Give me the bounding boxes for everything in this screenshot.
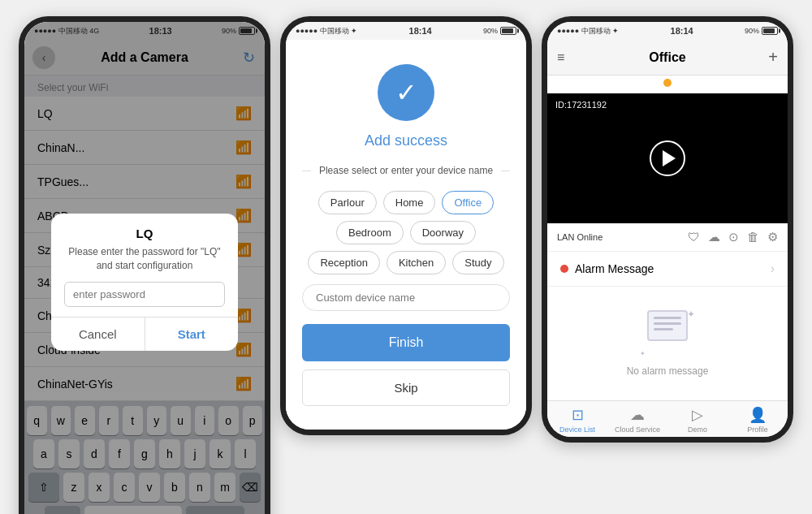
time-2: 18:14: [409, 26, 432, 36]
tag-doorway[interactable]: Doorway: [410, 221, 476, 244]
msg-line-1: [654, 317, 681, 319]
tab-cloud-service[interactable]: ☁ Cloud Service: [607, 406, 667, 434]
no-alarm-text: No alarm message: [627, 365, 709, 377]
finish-button[interactable]: Finish: [302, 324, 510, 361]
play-triangle-icon: [663, 150, 676, 166]
nav-title-3: Office: [649, 50, 685, 65]
modal-message: Please enter the password for "LQ" and s…: [64, 245, 225, 273]
alarm-left: Alarm Message: [560, 262, 654, 275]
menu-icon[interactable]: ≡: [557, 50, 564, 65]
play-button[interactable]: [650, 140, 685, 176]
tab-label-cloud: Cloud Service: [615, 425, 660, 434]
tab-label-demo: Demo: [688, 425, 707, 434]
battery-icon-2: [500, 27, 516, 35]
settings-icon[interactable]: ⚙: [767, 230, 778, 244]
orange-status-dot: [663, 79, 672, 87]
divider-left: [302, 171, 311, 171]
camera-footer: LAN Online 🛡 ☁ ⊙ 🗑 ⚙: [547, 223, 788, 252]
sparkle-icon-1: ✦: [687, 309, 695, 320]
status-bar-2: ●●●●● 中国移动 ✦ 18:14 90%: [286, 22, 526, 40]
message-box-icon: [647, 310, 688, 341]
success-circle: ✓: [378, 64, 434, 121]
cancel-button[interactable]: Cancel: [51, 317, 145, 351]
message-lines-icon: [649, 312, 686, 339]
phone-1: ●●●●● 中国移动 4G 18:13 90% ‹ Add a Camera ↻…: [19, 16, 270, 514]
tag-home[interactable]: Home: [383, 191, 436, 214]
tag-kitchen[interactable]: Kitchen: [387, 251, 446, 274]
nav-bar-3: ≡ Office +: [547, 40, 788, 76]
battery-icon-3: [762, 27, 778, 35]
camera-view: ID:17231192: [547, 93, 788, 223]
camera-action-icons: 🛡 ☁ ⊙ 🗑 ⚙: [688, 230, 778, 244]
divider-right: [501, 171, 510, 171]
carrier-3: ●●●●● 中国移动 ✦: [557, 26, 619, 37]
carrier-2: ●●●●● 中国移动 ✦: [296, 26, 357, 37]
skip-button[interactable]: Skip: [302, 369, 510, 406]
tab-device-list[interactable]: ⊡ Device List: [547, 406, 607, 434]
modal-title: LQ: [64, 227, 225, 240]
msg-line-2: [654, 322, 681, 325]
status-indicator: [547, 76, 788, 93]
alarm-title: Alarm Message: [575, 262, 654, 275]
alarm-arrow-icon: ›: [771, 261, 775, 276]
battery-3: 90%: [745, 27, 778, 35]
divider-row: Please select or enter your device name: [302, 164, 510, 178]
status-bar-3: ●●●●● 中国移动 ✦ 18:14 90%: [547, 22, 788, 40]
lan-status: LAN Online: [557, 232, 603, 242]
success-title: Add success: [365, 132, 447, 149]
battery-2: 90%: [483, 27, 516, 35]
phone-3: ●●●●● 中国移动 ✦ 18:14 90% ≡ Office + ID:172…: [542, 16, 793, 443]
alarm-section[interactable]: Alarm Message ›: [547, 252, 788, 287]
password-input[interactable]: [64, 282, 225, 307]
tag-office[interactable]: Office: [442, 191, 494, 214]
tag-parlour[interactable]: Parlour: [318, 191, 377, 214]
start-button[interactable]: Start: [145, 317, 239, 351]
no-alarm-area: ✦ ✦ No alarm message: [547, 287, 788, 400]
cloud-icon[interactable]: ☁: [708, 230, 720, 244]
tab-label-profile: Profile: [747, 425, 768, 434]
checkmark-icon: ✓: [395, 77, 417, 108]
phone-2: ●●●●● 中国移动 ✦ 18:14 90% ✓ Add success Ple…: [280, 16, 532, 435]
modal-overlay: LQ Please enter the password for "LQ" an…: [24, 22, 265, 514]
password-modal: LQ Please enter the password for "LQ" an…: [51, 214, 238, 352]
alarm-status-dot: [560, 265, 568, 273]
share-icon[interactable]: ⊙: [728, 230, 739, 244]
profile-icon: 👤: [749, 406, 767, 424]
tab-demo[interactable]: ▷ Demo: [667, 406, 728, 434]
shield-icon[interactable]: 🛡: [688, 230, 700, 244]
tab-profile[interactable]: 👤 Profile: [728, 406, 788, 434]
tag-study[interactable]: Study: [452, 251, 503, 274]
time-3: 18:14: [671, 26, 693, 36]
camera-id: ID:17231192: [555, 100, 607, 110]
tag-reception[interactable]: Reception: [308, 251, 380, 274]
message-icon: ✦ ✦: [643, 310, 692, 359]
success-screen: ✓ Add success Please select or enter you…: [286, 40, 526, 430]
delete-icon[interactable]: 🗑: [747, 230, 759, 244]
tab-label-device-list: Device List: [559, 425, 595, 434]
device-list-icon: ⊡: [572, 406, 584, 424]
sparkle-icon-2: ✦: [640, 350, 646, 357]
tags-row: Parlour Home Office Bedroom Doorway Rece…: [302, 191, 510, 274]
tag-bedroom[interactable]: Bedroom: [336, 221, 404, 244]
custom-input-wrap: [302, 284, 510, 311]
modal-buttons: Cancel Start: [51, 317, 238, 351]
divider-text: Please select or enter your device name: [319, 164, 493, 178]
add-icon[interactable]: +: [768, 48, 778, 67]
demo-icon: ▷: [692, 406, 703, 424]
custom-device-name-input[interactable]: [302, 284, 510, 311]
phones-container: ●●●●● 中国移动 4G 18:13 90% ‹ Add a Camera ↻…: [11, 0, 801, 514]
msg-line-3: [654, 328, 673, 330]
tab-bar: ⊡ Device List ☁ Cloud Service ▷ Demo 👤 P…: [547, 400, 788, 437]
cloud-service-icon: ☁: [630, 406, 645, 424]
